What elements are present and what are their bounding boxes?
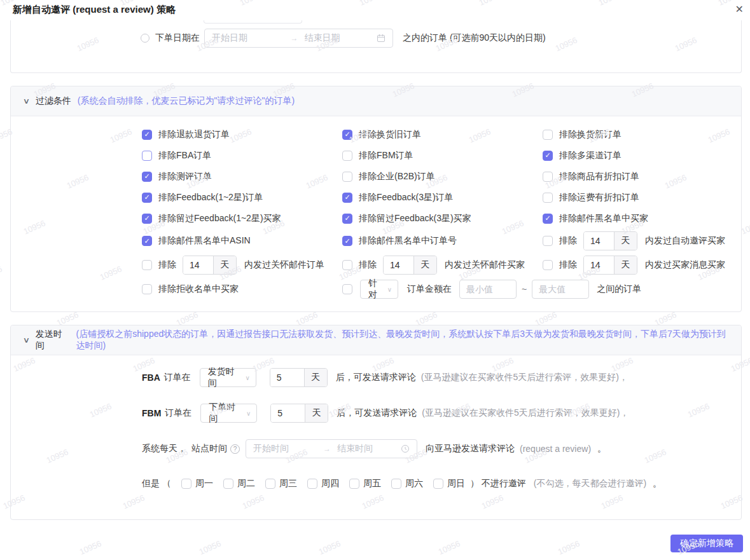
fba-days-input[interactable]: [270, 369, 304, 386]
weekday-option: 周六: [391, 478, 423, 489]
filter-section-header[interactable]: ∨ 过滤条件 (系统会自动排除，优麦云已标记为"请求过评论"的订单): [11, 86, 741, 116]
start-time-placeholder: 开始时间: [253, 443, 317, 454]
filter-option: 排除天内发过买家消息买家: [543, 256, 741, 275]
checkbox[interactable]: [307, 479, 317, 489]
amount-range-label: 订单金额在: [407, 283, 452, 295]
fba-time-base-select[interactable]: 发货时间 ∨: [200, 368, 256, 387]
checkbox[interactable]: [223, 479, 233, 489]
checkbox[interactable]: [142, 260, 152, 270]
amount-min-input[interactable]: [459, 280, 517, 299]
checkbox[interactable]: [142, 236, 152, 246]
filter-option-label: 排除FBA订单: [158, 150, 211, 161]
days-count-input[interactable]: [584, 232, 614, 250]
checkbox[interactable]: [142, 151, 152, 161]
filter-option: 排除企业(B2B)订单: [342, 171, 543, 182]
order-scope-card: 下单日期在 开始日期 → 结束日期 之内的订单 (可选前90天以内的日期): [10, 20, 742, 73]
fbm-time-base-select[interactable]: 下单时间 ∨: [200, 404, 257, 423]
watermark-text: 10956: [0, 264, 4, 282]
weekday-option: 周日: [433, 478, 465, 489]
weekday-prefix-text: 但是 （: [142, 478, 171, 489]
checkbox[interactable]: [391, 479, 401, 489]
checkbox[interactable]: [342, 214, 352, 224]
clipped-input-remnant: [204, 20, 302, 24]
fbm-days-field: 天: [270, 404, 328, 423]
send-time-section-title: 发送时间: [36, 329, 70, 352]
checkbox[interactable]: [349, 479, 359, 489]
days-suffix-label: 内发过关怀邮件订单: [244, 259, 324, 271]
filter-option-label: 排除换货旧订单: [359, 129, 421, 140]
filter-option-label: 排除留过Feedback(3星)买家: [359, 213, 471, 224]
tilde-separator: ~: [522, 284, 527, 294]
fba-order-in-label: 订单在: [164, 372, 191, 383]
order-date-radio[interactable]: [141, 34, 149, 43]
filter-section-title: 过滤条件: [36, 95, 71, 107]
filter-option: 针对∨订单金额在~之间的订单: [342, 280, 741, 299]
order-date-suffix-text: 之内的订单 (可选前90天以内的日期): [403, 32, 546, 44]
watermark-text: 10956: [198, 538, 223, 556]
days-count-input[interactable]: [384, 256, 413, 274]
start-date-placeholder: 开始日期: [212, 32, 284, 44]
filter-option: 排除邮件黑名单中订单号: [342, 235, 543, 247]
filter-option: 排除天内发过自动邀评买家: [543, 231, 741, 250]
checkbox[interactable]: [342, 151, 352, 161]
modal-header: 新增自动邀评 (request a review) 策略 ✕: [0, 0, 750, 20]
chevron-down-icon: ∨: [245, 374, 249, 381]
fbm-days-input[interactable]: [271, 404, 305, 422]
checkbox[interactable]: [543, 193, 553, 203]
checkbox[interactable]: [342, 172, 352, 182]
chevron-down-icon: ∨: [387, 286, 392, 293]
checkbox[interactable]: [181, 479, 191, 489]
checkbox[interactable]: [342, 284, 352, 294]
weekday-label: 周六: [405, 478, 423, 489]
amount-target-select[interactable]: 针对∨: [360, 280, 398, 299]
checkbox[interactable]: [142, 193, 152, 203]
fbm-time-base-value: 下单时间: [209, 402, 242, 425]
filter-option: 排除退款退货订单: [142, 129, 342, 140]
checkbox[interactable]: [265, 479, 275, 489]
checkbox[interactable]: [543, 214, 553, 224]
site-time-label: 站点时间: [191, 443, 227, 454]
amount-max-input[interactable]: [532, 280, 589, 299]
close-icon[interactable]: ✕: [735, 3, 744, 16]
checkbox[interactable]: [142, 284, 152, 294]
fbm-note: (亚马逊建议在买家收件5天后进行索评，效果更好)，: [422, 407, 628, 419]
checkbox[interactable]: [543, 236, 553, 246]
weekday-option: 周一: [181, 478, 213, 489]
checkbox[interactable]: [142, 172, 152, 182]
checkbox[interactable]: [543, 260, 553, 270]
weekday-label: 周五: [363, 478, 381, 489]
checkbox[interactable]: [433, 479, 443, 489]
days-count-input[interactable]: [584, 256, 614, 274]
end-time-placeholder: 结束时间: [337, 443, 401, 454]
send-time-section-note: (店铺授权之前shipped状态的订单，因通过报告接口无法获取发货、预计到达、最…: [76, 329, 728, 352]
exclude-label: 排除: [559, 235, 577, 247]
confirm-add-strategy-button[interactable]: 确定新增策略: [670, 535, 743, 552]
help-icon[interactable]: ?: [230, 444, 240, 454]
filter-option: 排除Feedback(1~2星)订单: [142, 192, 342, 203]
order-date-range-input[interactable]: 开始日期 → 结束日期: [204, 29, 393, 48]
checkbox[interactable]: [543, 130, 553, 140]
filter-row: 排除测评订单排除企业(B2B)订单排除商品有折扣订单: [142, 166, 741, 187]
checkbox[interactable]: [142, 214, 152, 224]
checkbox[interactable]: [543, 172, 553, 182]
checkbox[interactable]: [342, 236, 352, 246]
fba-after-text: 后，可发送请求评论: [336, 372, 416, 383]
filter-option: 排除天内发过关怀邮件订单: [142, 256, 342, 275]
filter-option-label: 排除邮件黑名单中买家: [559, 213, 648, 224]
checkbox[interactable]: [142, 130, 152, 140]
weekday-option: 周五: [349, 478, 381, 489]
checkbox[interactable]: [342, 260, 352, 270]
checkbox[interactable]: [543, 151, 553, 161]
filter-option-label: 排除邮件黑名单中订单号: [359, 235, 457, 247]
send-time-range-input[interactable]: 开始时间 → 结束时间: [246, 439, 417, 458]
checkbox[interactable]: [342, 193, 352, 203]
filter-row: 排除邮件黑名单中ASIN排除邮件黑名单中订单号排除天内发过自动邀评买家: [142, 229, 741, 253]
filter-option-label: 排除测评订单: [158, 171, 212, 182]
watermark-text: 10956: [557, 538, 581, 556]
watermark-text: 10956: [437, 538, 462, 556]
days-count-input[interactable]: [183, 256, 213, 274]
range-arrow-icon: →: [291, 34, 298, 43]
filter-option: 排除邮件黑名单中ASIN: [142, 235, 342, 247]
checkbox[interactable]: [342, 130, 352, 140]
send-time-section-header[interactable]: ∨ 发送时间 (店铺授权之前shipped状态的订单，因通过报告接口无法获取发货…: [11, 325, 741, 355]
